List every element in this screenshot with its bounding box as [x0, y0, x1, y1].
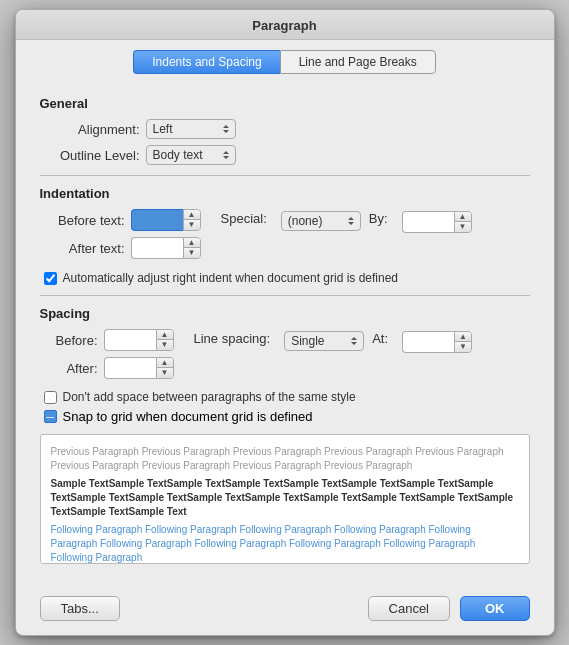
after-up[interactable]: ▲	[157, 358, 173, 368]
preview-current-paragraph: Sample TextSample TextSample TextSample …	[51, 477, 519, 519]
at-spinner: ▲ ▼	[454, 331, 472, 353]
preview-following-paragraph: Following Paragraph Following Paragraph …	[51, 523, 519, 564]
tab-indents-spacing[interactable]: Indents and Spacing	[133, 50, 279, 74]
before-input[interactable]: 0 pt	[104, 329, 156, 351]
snap-to-grid-row: Snap to grid when document grid is defin…	[44, 409, 530, 424]
auto-adjust-checkbox[interactable]	[44, 272, 57, 285]
after-label: After:	[50, 361, 98, 376]
by-down[interactable]: ▼	[455, 222, 471, 232]
before-text-spinner: ▲ ▼	[183, 209, 201, 231]
at-label: At:	[372, 331, 388, 346]
preview-box: Previous Paragraph Previous Paragraph Pr…	[40, 434, 530, 564]
after-text-label: After text:	[50, 241, 125, 256]
auto-adjust-label: Automatically adjust right indent when d…	[63, 271, 399, 285]
after-text-input[interactable]: 0"	[131, 237, 183, 259]
outline-select-wrapper: Body text Level 1 Level 2 Level 3	[146, 145, 236, 165]
before-spin: 0 pt ▲ ▼	[104, 329, 174, 351]
at-up[interactable]: ▲	[455, 332, 471, 342]
alignment-select[interactable]: Left Center Right Justified	[146, 119, 236, 139]
by-input[interactable]	[402, 211, 454, 233]
outline-select[interactable]: Body text Level 1 Level 2 Level 3	[146, 145, 236, 165]
special-label: Special:	[221, 211, 267, 226]
snap-to-grid-label: Snap to grid when document grid is defin…	[63, 409, 313, 424]
auto-adjust-row: Automatically adjust right indent when d…	[44, 271, 530, 285]
after-input[interactable]: 0 pt	[104, 357, 156, 379]
dont-add-space-label: Don't add space between paragraphs of th…	[63, 390, 356, 404]
alignment-row: Alignment: Left Center Right Justified	[50, 119, 530, 139]
after-spin: 0 pt ▲ ▼	[104, 357, 174, 379]
general-rows: Alignment: Left Center Right Justified O…	[50, 119, 530, 165]
at-down[interactable]: ▼	[455, 342, 471, 352]
preview-previous-paragraph: Previous Paragraph Previous Paragraph Pr…	[51, 445, 519, 473]
tab-bar: Indents and Spacing Line and Page Breaks	[16, 40, 554, 82]
before-text-up[interactable]: ▲	[184, 210, 200, 220]
tab-line-breaks[interactable]: Line and Page Breaks	[280, 50, 436, 74]
by-spin: ▲ ▼	[402, 211, 472, 233]
by-label: By:	[369, 211, 388, 226]
alignment-select-wrapper: Left Center Right Justified	[146, 119, 236, 139]
dialog-footer: Tabs... Cancel OK	[16, 588, 554, 635]
outline-row: Outline Level: Body text Level 1 Level 2…	[50, 145, 530, 165]
dont-add-space-row: Don't add space between paragraphs of th…	[44, 390, 530, 404]
line-spacing-select[interactable]: Single 1.5 lines Double At least Exactly…	[284, 331, 364, 351]
paragraph-dialog: Paragraph Indents and Spacing Line and P…	[15, 9, 555, 636]
ok-button[interactable]: OK	[460, 596, 530, 621]
general-section-title: General	[40, 96, 530, 111]
after-spinner: ▲ ▼	[156, 357, 174, 379]
spacing-content: Before: 0 pt ▲ ▼ After: 0 pt ▲	[50, 329, 530, 385]
before-up[interactable]: ▲	[157, 330, 173, 340]
after-text-down[interactable]: ▼	[184, 248, 200, 258]
dont-add-space-checkbox[interactable]	[44, 391, 57, 404]
before-label: Before:	[50, 333, 98, 348]
special-select[interactable]: (none) First line Hanging	[281, 211, 361, 231]
after-text-spinner: ▲ ▼	[183, 237, 201, 259]
before-down[interactable]: ▼	[157, 340, 173, 350]
before-row: Before: 0 pt ▲ ▼	[50, 329, 174, 351]
by-spinner: ▲ ▼	[454, 211, 472, 233]
before-text-down[interactable]: ▼	[184, 220, 200, 230]
after-down[interactable]: ▼	[157, 368, 173, 378]
at-spin: ▲ ▼	[402, 331, 472, 353]
dialog-title: Paragraph	[16, 10, 554, 40]
by-up[interactable]: ▲	[455, 212, 471, 222]
spacing-left: Before: 0 pt ▲ ▼ After: 0 pt ▲	[50, 329, 174, 385]
alignment-label: Alignment:	[50, 122, 140, 137]
divider-1	[40, 175, 530, 176]
at-input[interactable]	[402, 331, 454, 353]
indentation-section-title: Indentation	[40, 186, 530, 201]
indentation-left: Before text: 0" ▲ ▼ After text: 0"	[50, 209, 201, 265]
outline-label: Outline Level:	[50, 148, 140, 163]
before-spinner: ▲ ▼	[156, 329, 174, 351]
before-text-label: Before text:	[50, 213, 125, 228]
indentation-content: Before text: 0" ▲ ▼ After text: 0"	[50, 209, 530, 265]
after-text-spin: 0" ▲ ▼	[131, 237, 201, 259]
snap-to-grid-minus-icon[interactable]	[44, 410, 57, 423]
indentation-right: Special: (none) First line Hanging By: ▲…	[221, 209, 472, 265]
special-select-wrapper: (none) First line Hanging	[281, 211, 361, 231]
spacing-section-title: Spacing	[40, 306, 530, 321]
after-text-up[interactable]: ▲	[184, 238, 200, 248]
before-text-spin: 0" ▲ ▼	[131, 209, 201, 231]
after-row: After: 0 pt ▲ ▼	[50, 357, 174, 379]
divider-2	[40, 295, 530, 296]
line-spacing-label: Line spacing:	[194, 331, 271, 346]
line-spacing-select-wrapper: Single 1.5 lines Double At least Exactly…	[284, 331, 364, 351]
tabs-button[interactable]: Tabs...	[40, 596, 120, 621]
dialog-content: General Alignment: Left Center Right Jus…	[16, 82, 554, 588]
footer-right-buttons: Cancel OK	[368, 596, 530, 621]
spacing-right: Line spacing: Single 1.5 lines Double At…	[194, 329, 473, 385]
after-text-row: After text: 0" ▲ ▼	[50, 237, 201, 259]
before-text-row: Before text: 0" ▲ ▼	[50, 209, 201, 231]
cancel-button[interactable]: Cancel	[368, 596, 450, 621]
before-text-input[interactable]: 0"	[131, 209, 183, 231]
